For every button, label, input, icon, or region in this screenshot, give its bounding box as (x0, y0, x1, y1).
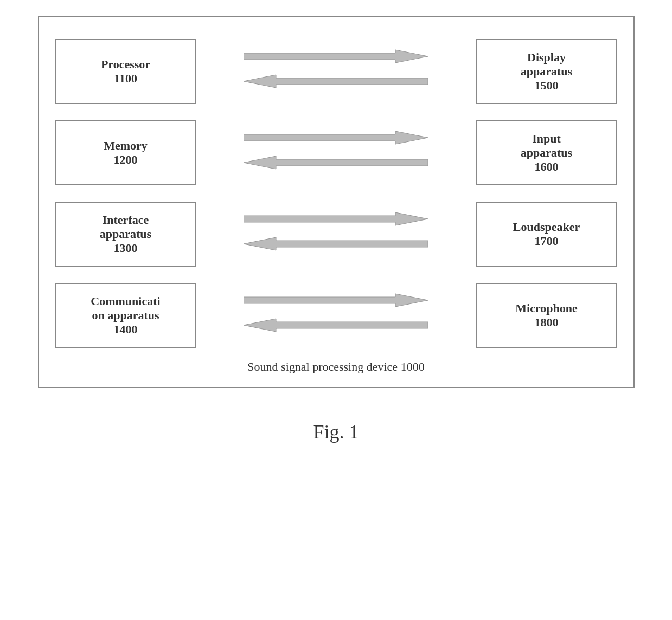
display-label: Displayapparatus1500 (521, 50, 572, 93)
memory-box: Memory1200 (55, 120, 196, 185)
svg-marker-7 (244, 319, 428, 332)
svg-marker-3 (244, 156, 428, 169)
microphone-label: Microphone1800 (515, 301, 577, 330)
diagram-caption: Sound signal processing device 1000 (55, 360, 617, 374)
arrow-row2-svg (244, 130, 428, 151)
processor-box: Processor1100 (55, 39, 196, 104)
arrow-row2 (242, 130, 430, 176)
fig-label: Fig. 1 (313, 421, 359, 443)
arrow-row4-svg2 (244, 318, 428, 338)
processor-label: Processor1100 (101, 57, 150, 86)
communication-label: Communication apparatus1400 (91, 294, 160, 337)
loudspeaker-box: Loudspeaker1700 (476, 202, 617, 267)
arrow-row3-svg2 (244, 236, 428, 257)
arrow-row1 (242, 49, 430, 94)
loudspeaker-label: Loudspeaker1700 (513, 220, 580, 248)
arrow-row4-svg (244, 293, 428, 313)
svg-marker-2 (244, 131, 428, 144)
input-box: Inputapparatus1600 (476, 120, 617, 185)
display-box: Displayapparatus1500 (476, 39, 617, 104)
svg-marker-1 (244, 75, 428, 88)
arrow-row3 (242, 211, 430, 257)
arrow-row4 (242, 293, 430, 338)
svg-marker-4 (244, 212, 428, 225)
memory-label: Memory1200 (104, 139, 148, 167)
input-label: Inputapparatus1600 (521, 132, 572, 174)
microphone-box: Microphone1800 (476, 283, 617, 348)
diagram-grid: Processor1100 Displayapparatus1500 Memor… (55, 34, 617, 353)
communication-box: Communication apparatus1400 (55, 283, 196, 348)
svg-marker-6 (244, 294, 428, 307)
svg-marker-5 (244, 237, 428, 250)
arrow-row2-svg2 (244, 155, 428, 176)
interface-box: Interfaceapparatus1300 (55, 202, 196, 267)
svg-marker-0 (244, 50, 428, 63)
arrow-row3-svg (244, 211, 428, 232)
interface-label: Interfaceapparatus1300 (100, 213, 151, 255)
arrow-row1-svg (244, 49, 428, 69)
arrow-row1-svg2 (244, 74, 428, 94)
diagram-container: Processor1100 Displayapparatus1500 Memor… (38, 16, 635, 388)
